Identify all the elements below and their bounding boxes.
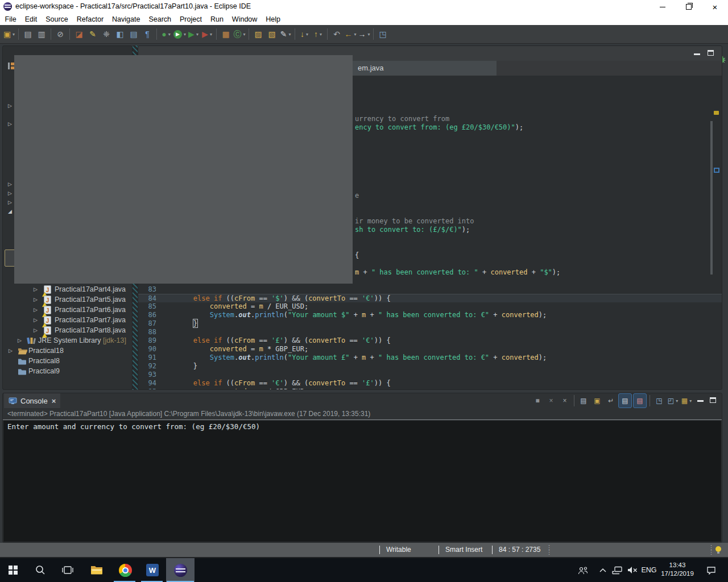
tree-collapsed-arrow-icon[interactable]: ▷ [34,327,38,333]
tree-collapsed-arrow-icon[interactable]: ▷ [8,190,12,196]
forward-button[interactable]: →▾ [358,27,370,41]
file-explorer-button[interactable] [83,558,110,582]
clock[interactable]: 13:43 17/12/2019 [655,561,700,578]
menu-edit[interactable]: Edit [20,14,42,25]
menu-search[interactable]: Search [144,14,176,25]
open-type-button[interactable]: ◧ [114,27,126,41]
remove-launch-button[interactable]: × [545,394,557,408]
dropdown-arrow-icon[interactable]: ▾ [168,32,171,37]
tree-collapsed-arrow-icon[interactable]: ▷ [9,348,13,354]
dropdown-arrow-icon[interactable]: ▾ [13,32,15,37]
network-button[interactable] [610,558,624,582]
save-all-button[interactable]: ▥ [35,27,48,41]
run-button[interactable]: ▶▾ [173,27,186,41]
close-button[interactable]: × [702,0,728,14]
word-button[interactable]: W [139,558,166,582]
tree-item-practical17apart8-java[interactable]: ▷JPractical17aPart8.java [3,325,132,335]
save-button[interactable]: ▤ [22,27,34,41]
display-console-button[interactable]: ◰▾ [667,394,679,408]
new-java-project-button[interactable]: ▦ [220,27,232,41]
tree-collapsed-arrow-icon[interactable]: ▷ [34,307,38,313]
tree-collapsed-arrow-icon[interactable]: ▷ [8,199,12,205]
new-wizard-button[interactable]: ▣▾ [3,27,15,41]
show-view-button[interactable]: ▤ [127,27,140,41]
tree-collapsed-arrow-icon[interactable]: ▷ [8,121,12,127]
editor-scrollbar[interactable] [710,121,713,275]
coverage-button[interactable]: ▶▾ [201,27,213,41]
terminate-button[interactable]: ■ [531,394,544,408]
menu-navigate[interactable]: Navigate [108,14,144,25]
search-button[interactable]: ✎▾ [279,27,292,41]
editor-maximize-button[interactable] [706,50,715,58]
pin-console-button[interactable]: ◳ [653,394,665,408]
dropdown-arrow-icon[interactable]: ▾ [306,32,308,37]
overview-marker-yellow[interactable] [714,111,719,115]
tree-item-practical17apart6-java[interactable]: ▷JPractical17aPart6.java [3,305,132,315]
dropdown-arrow-icon[interactable]: ▾ [320,32,322,37]
console-maximize-button[interactable] [708,397,717,405]
dropdown-arrow-icon[interactable]: ▾ [368,32,370,37]
menu-window[interactable]: Window [228,14,261,25]
tree-item-practical17apart4-java[interactable]: ▷JPractical17aPart4.java [3,284,132,294]
dropdown-arrow-icon[interactable]: ▾ [210,32,212,37]
volume-button[interactable] [624,558,640,582]
open-resource-button[interactable]: ▧ [266,27,278,41]
tree-collapsed-arrow-icon[interactable]: ▷ [8,181,12,187]
tree-item-practical17apart7-java[interactable]: ▷JPractical17aPart7.java [3,315,132,325]
tree-collapsed-arrow-icon[interactable]: ▷ [34,297,38,302]
dropdown-arrow-icon[interactable]: ▾ [288,32,291,37]
show-whitespace-button[interactable]: ¶ [141,27,154,41]
dropdown-arrow-icon[interactable]: ▾ [676,398,678,404]
debug-button[interactable]: ●▾ [160,27,172,41]
remove-all-launches-button[interactable]: × [559,394,571,408]
previous-annotation-button[interactable]: ↑▾ [312,27,324,41]
eclipse-taskbar-button[interactable] [166,558,195,582]
run-external-tools-button[interactable]: ▶▾ [187,27,200,41]
tree-expanded-arrow-icon[interactable]: ◢ [8,209,12,214]
dropdown-arrow-icon[interactable]: ▾ [689,398,692,404]
tree-item-jre-system-library[interactable]: ▷JRE System Library [jdk-13] [3,335,132,346]
menu-run[interactable]: Run [206,14,228,25]
minimize-button[interactable] [650,0,676,14]
tree-item-practical17apart5-java[interactable]: ▷JPractical17aPart5.java [3,294,132,305]
tree-item-practical9[interactable]: Practical9 [3,366,132,376]
tree-collapsed-arrow-icon[interactable]: ▷ [34,286,38,292]
open-task-button[interactable]: ▨ [252,27,264,41]
menu-refactor[interactable]: Refactor [72,14,107,25]
tray-expand-button[interactable] [596,558,610,582]
show-stdout-button[interactable]: ▤ [618,393,632,408]
open-console-button[interactable]: ▦▾ [680,394,693,408]
menu-help[interactable]: Help [262,14,285,25]
scroll-lock-button[interactable]: ▣ [591,394,603,408]
dropdown-arrow-icon[interactable]: ▾ [196,32,198,37]
show-stderr-button[interactable]: ▤ [633,393,647,408]
overview-marker-blue[interactable] [714,168,719,173]
menu-project[interactable]: Project [176,14,206,25]
start-button[interactable] [0,558,26,582]
menu-source[interactable]: Source [42,14,73,25]
console-tab-close-icon[interactable]: × [52,397,56,405]
menu-file[interactable]: File [1,14,20,25]
mark-occurrences-button[interactable]: ✎ [86,27,99,41]
launch-console-button[interactable]: ◪ [73,27,85,41]
pin-editor-button[interactable]: ◳ [377,27,389,41]
clear-console-button[interactable]: ▤ [577,394,590,408]
tree-item-practical18[interactable]: ▷Practical18 [3,346,132,356]
console-minimize-button[interactable] [696,397,705,405]
tree-item-practical8[interactable]: Practical8 [3,356,132,366]
action-center-button[interactable] [702,558,720,582]
taskbar-search-button[interactable] [27,558,53,582]
last-edit-location-button[interactable]: ↶ [330,27,343,41]
dropdown-arrow-icon[interactable]: ▾ [354,32,357,37]
build-all-button[interactable]: ❈ [100,27,113,41]
console-output-area[interactable]: Enter amount and currency to convert fro… [3,421,721,542]
back-button[interactable]: ←▾ [344,27,357,41]
word-wrap-button[interactable]: ↵ [605,394,617,408]
console-tab[interactable]: Console × [4,393,60,408]
people-button[interactable] [574,558,592,582]
lightbulb-icon[interactable] [715,546,722,557]
editor-minimize-button[interactable] [692,50,701,58]
next-annotation-button[interactable]: ↓▾ [298,27,311,41]
new-class-button[interactable]: Ⓒ▾ [233,27,246,41]
restore-button[interactable] [676,0,702,14]
